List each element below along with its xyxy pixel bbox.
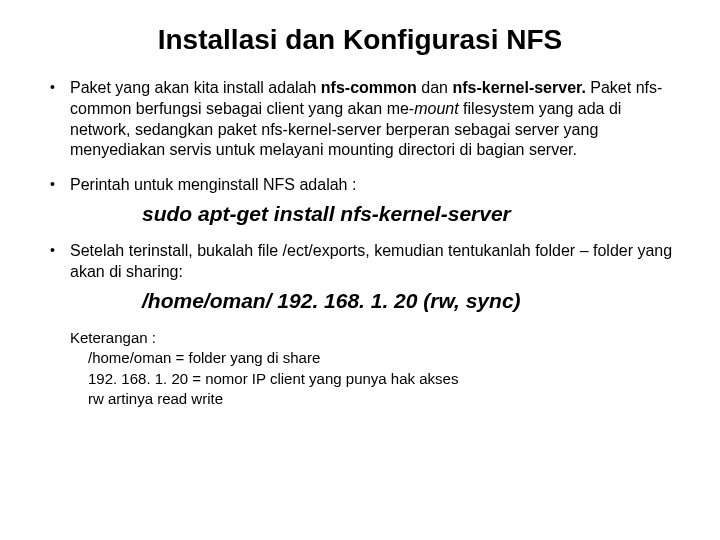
list-item: Setelah terinstall, bukalah file /ect/ex…	[40, 241, 680, 314]
keterangan-line: /home/oman = folder yang di share	[70, 348, 680, 368]
text: Setelah terinstall, bukalah file /ect/ex…	[70, 242, 672, 280]
text: Perintah untuk menginstall NFS adalah :	[70, 176, 356, 193]
text-italic: mount	[414, 100, 458, 117]
command-line: sudo apt-get install nfs-kernel-server	[142, 200, 680, 227]
text: Paket yang akan kita install adalah	[70, 79, 321, 96]
bullet-list: Paket yang akan kita install adalah nfs-…	[40, 78, 680, 314]
list-item: Paket yang akan kita install adalah nfs-…	[40, 78, 680, 161]
keterangan-block: Keterangan : /home/oman = folder yang di…	[70, 328, 680, 409]
keterangan-line: 192. 168. 1. 20 = nomor IP client yang p…	[70, 369, 680, 389]
text: dan	[417, 79, 453, 96]
text-strong: nfs-common	[321, 79, 417, 96]
list-item: Perintah untuk menginstall NFS adalah : …	[40, 175, 680, 227]
command-line: /home/oman/ 192. 168. 1. 20 (rw, sync)	[142, 287, 680, 314]
page-title: Installasi dan Konfigurasi NFS	[40, 24, 680, 56]
keterangan-line: rw artinya read write	[70, 389, 680, 409]
text-strong: nfs-kernel-server.	[452, 79, 590, 96]
keterangan-heading: Keterangan :	[70, 328, 680, 348]
